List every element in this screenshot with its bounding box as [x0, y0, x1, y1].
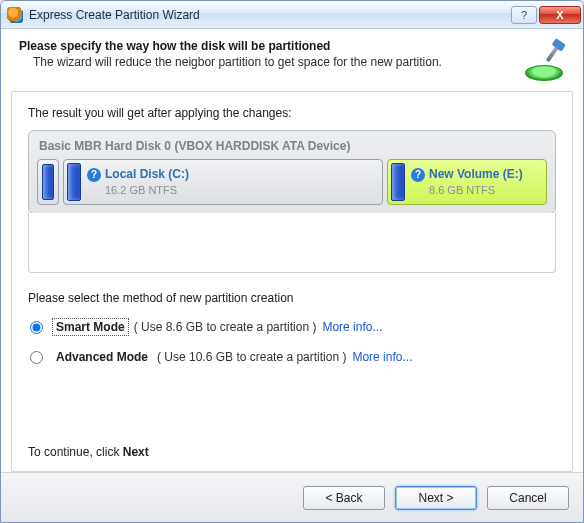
result-label: The result you will get after applying t… [28, 106, 556, 120]
partition-bar-icon [67, 163, 81, 201]
mode-smart-radio[interactable] [30, 321, 43, 334]
disk-title: Basic MBR Hard Disk 0 (VBOX HARDDISK ATA… [39, 139, 547, 153]
mode-advanced-more-link[interactable]: More info... [352, 350, 412, 364]
info-icon: ? [87, 168, 101, 182]
partition-local-disk[interactable]: ? Local Disk (C:) 16.2 GB NTFS [63, 159, 383, 205]
app-icon [7, 7, 23, 23]
mode-smart-desc: ( Use 8.6 GB to create a partition ) [134, 320, 317, 334]
partition-size: 16.2 GB NTFS [105, 183, 189, 197]
mode-smart-name: Smart Mode [53, 319, 128, 335]
button-bar: < Back Next > Cancel [1, 472, 583, 522]
mode-advanced-radio[interactable] [30, 351, 43, 364]
cancel-button[interactable]: Cancel [487, 486, 569, 510]
back-button[interactable]: < Back [303, 486, 385, 510]
header-text: Please specify the way how the disk will… [19, 39, 523, 69]
disk-preview-lower [28, 213, 556, 273]
info-icon: ? [411, 168, 425, 182]
continue-prefix: To continue, click [28, 445, 123, 459]
wizard-icon [523, 39, 567, 83]
partition-bar-icon [391, 163, 405, 201]
partition-name: New Volume (E:) [429, 167, 523, 183]
mode-advanced-row[interactable]: Advanced Mode ( Use 10.6 GB to create a … [30, 349, 556, 365]
header-sub: The wizard will reduce the neigbor parti… [19, 55, 523, 69]
partition-new-volume[interactable]: ? New Volume (E:) 8.6 GB NTFS [387, 159, 547, 205]
partition-bar-icon [42, 164, 54, 200]
wizard-window: Express Create Partition Wizard ? X Plea… [0, 0, 584, 523]
close-button[interactable]: X [539, 6, 581, 24]
partition-row: ? Local Disk (C:) 16.2 GB NTFS ? New Vol… [37, 159, 547, 205]
continue-hint: To continue, click Next [28, 427, 556, 459]
partition-system-reserved[interactable] [37, 159, 59, 205]
wizard-header: Please specify the way how the disk will… [1, 29, 583, 91]
help-button[interactable]: ? [511, 6, 537, 24]
disk-preview: Basic MBR Hard Disk 0 (VBOX HARDDISK ATA… [28, 130, 556, 214]
mode-smart-row[interactable]: Smart Mode ( Use 8.6 GB to create a part… [30, 319, 556, 335]
next-button[interactable]: Next > [395, 486, 477, 510]
partition-name: Local Disk (C:) [105, 167, 189, 183]
method-label: Please select the method of new partitio… [28, 291, 556, 305]
mode-smart-more-link[interactable]: More info... [322, 320, 382, 334]
titlebar: Express Create Partition Wizard ? X [1, 1, 583, 29]
mode-advanced-name: Advanced Mode [53, 349, 151, 365]
content-panel: The result you will get after applying t… [11, 91, 573, 472]
partition-size: 8.6 GB NTFS [429, 183, 523, 197]
mode-advanced-desc: ( Use 10.6 GB to create a partition ) [157, 350, 346, 364]
window-title: Express Create Partition Wizard [29, 8, 509, 22]
header-heading: Please specify the way how the disk will… [19, 39, 523, 53]
continue-action: Next [123, 445, 149, 459]
